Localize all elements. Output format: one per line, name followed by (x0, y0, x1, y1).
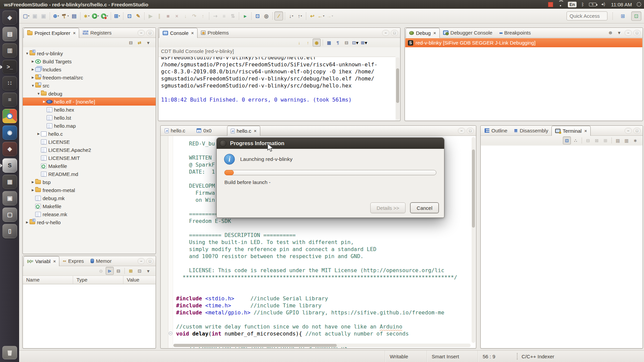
chevron-down-icon[interactable]: ▾ (332, 14, 333, 17)
tree-item-red-v-blinky[interactable]: ▼red-v-blinky (23, 49, 156, 57)
collapse-all-button[interactable]: ⊟ (114, 267, 122, 275)
link-with-editor-button[interactable]: ⇄ (136, 39, 144, 47)
launcher-trash[interactable] (2, 346, 17, 359)
tab-variables[interactable]: (x)= Variabl × (23, 256, 59, 266)
minimize-button[interactable]: − (382, 30, 389, 36)
open-element-button[interactable]: ⊡ (253, 11, 262, 20)
wifi-icon[interactable] (558, 2, 563, 6)
maximize-button[interactable]: □ (146, 30, 154, 36)
chevron-down-icon[interactable]: ▾ (292, 14, 293, 17)
annotation-ruler[interactable] (161, 136, 168, 348)
chevron-down-icon[interactable]: ▾ (107, 14, 108, 17)
scrollbar-thumb[interactable] (396, 68, 399, 103)
launcher-item-archive-manager[interactable]: ▥ (2, 43, 17, 58)
tree-item-license-mit[interactable]: LICENSE.MIT (23, 154, 156, 162)
tree-item-hello-lst[interactable]: hello.lst (23, 114, 156, 122)
close-icon[interactable]: × (584, 128, 587, 133)
new-window-button[interactable]: ⊞▾ (113, 11, 121, 20)
close-icon[interactable]: × (254, 128, 257, 133)
battery-icon[interactable]: ↯ (589, 3, 596, 6)
chevron-down-icon[interactable]: ▾ (67, 14, 69, 17)
tree-item-makefile[interactable]: Makefile (23, 202, 156, 210)
variables-table-body[interactable] (23, 285, 155, 348)
launcher-item-files[interactable]: ▤ (2, 27, 17, 41)
column-type[interactable]: Type (73, 276, 123, 284)
launcher-item-chrome-browser[interactable] (2, 109, 17, 123)
launcher-item-system-app-2[interactable]: ▢ (2, 207, 17, 222)
tree-expander-icon[interactable]: ▶ (31, 180, 35, 184)
tab-disassembly[interactable]: ≣ Disassembly (511, 126, 552, 135)
tree-expander-icon[interactable]: ▶ (36, 132, 41, 135)
tree-item-makefile[interactable]: Makefile (23, 162, 156, 170)
tree-expander-icon[interactable]: ▶ (25, 221, 30, 224)
tree-item-hello-hex[interactable]: hello.hex (23, 106, 156, 114)
previous-annotation-button[interactable]: ↑▾ (296, 11, 304, 20)
tree-item-hello-elf-none-le-[interactable]: ▶hello.elf - [none/le] (23, 98, 156, 106)
tree-expander-icon[interactable]: ▼ (36, 92, 41, 96)
minimize-button[interactable]: − (625, 30, 632, 36)
tab-console[interactable]: Console × (159, 28, 198, 38)
edit-pencil-button[interactable]: ✎ (134, 11, 143, 20)
chevron-down-icon[interactable]: ▾ (356, 40, 359, 45)
new-wizard-button[interactable]: ▢▾ (22, 11, 31, 20)
debug-configurations-button[interactable]: ⊕▾ (52, 11, 60, 20)
tab-project-explorer[interactable]: Project Explorer × (23, 28, 79, 38)
maximize-button[interactable]: □ (633, 30, 641, 36)
pin-console-button[interactable]: ◉ (313, 39, 321, 47)
chevron-down-icon[interactable]: ▾ (88, 14, 90, 17)
launcher-item-media-app[interactable]: ◉ (2, 125, 17, 140)
paste-button[interactable]: ▥ (623, 136, 631, 144)
tab-outline[interactable]: Outline (481, 126, 511, 135)
chevron-down-icon[interactable]: ▾ (301, 14, 302, 17)
debug-perspective-button[interactable]: ⊡ (631, 11, 641, 21)
view-menu-button[interactable]: ▾ (144, 39, 152, 47)
terminal-settings-button[interactable]: ∗ (631, 136, 639, 144)
folding-ruler[interactable]: − (168, 136, 173, 348)
tree-item-freedom-metal[interactable]: ▶freedom-metal (23, 186, 156, 194)
volume-icon[interactable] (601, 2, 606, 6)
tree-expander-icon[interactable]: ▼ (31, 84, 35, 87)
column-value[interactable]: Value (123, 276, 156, 284)
tree-item-license[interactable]: LICENSE (23, 138, 156, 146)
session-gear-icon[interactable] (637, 2, 641, 7)
view-menu-button[interactable]: ▾ (144, 267, 152, 275)
tree-item-freedom-metal-src[interactable]: ▶freedom-metal/src (23, 73, 156, 81)
export-variables-button[interactable]: ⊡ (136, 267, 144, 275)
show-logical-structure-button[interactable]: ⊳ (106, 267, 114, 275)
last-edit-location-button[interactable]: ↩ (308, 11, 317, 20)
chevron-down-icon[interactable]: ▾ (323, 14, 324, 17)
console-output[interactable]: wsFreedomStudio/red-v-blinky/src/debug/h… (159, 57, 395, 120)
tree-expander-icon[interactable]: ▶ (31, 76, 35, 79)
collapse-all-button[interactable]: ⊟ (127, 39, 135, 47)
tree-item-build-targets[interactable]: ▶Build Targets (23, 57, 156, 65)
launch-terminal-button[interactable]: ∴ (572, 136, 580, 144)
tree-item-bsp[interactable]: ▶bsp (23, 178, 156, 186)
build-button[interactable]: ▾ (60, 11, 70, 20)
recording-indicator-icon[interactable] (548, 2, 553, 7)
minimize-button[interactable]: − (458, 128, 465, 134)
console-scrollbar[interactable] (396, 57, 399, 120)
open-console-button[interactable]: ⊞▾ (360, 39, 368, 47)
editor-vertical-scrollbar[interactable] (472, 137, 475, 343)
tree-expander-icon[interactable]: ▶ (31, 68, 35, 71)
launcher-item-device-app[interactable]: ▯ (2, 224, 17, 238)
next-annotation-button[interactable]: ↓▾ (287, 11, 296, 20)
terminal-body[interactable] (481, 146, 642, 348)
add-watch-expression-button[interactable]: ⊞ (127, 267, 135, 275)
launcher-item-graphics-app[interactable]: ◆ (2, 142, 17, 156)
dialog-titlebar[interactable]: Progress Information (217, 138, 444, 149)
minimize-button[interactable]: − (625, 128, 632, 134)
tree-item-debug-mk[interactable]: debug.mk (23, 194, 156, 202)
copy-button[interactable]: ▤ (614, 136, 622, 144)
maximize-button[interactable]: □ (391, 30, 398, 36)
column-name[interactable]: Name (23, 276, 73, 284)
external-tools-button[interactable]: ▸ (241, 11, 250, 20)
bluetooth-icon[interactable]: ᛒ (581, 2, 584, 7)
tree-item-red-v-hello[interactable]: ▶red-v-hello (23, 218, 156, 226)
close-icon[interactable]: × (53, 259, 56, 264)
tab-terminal[interactable]: Terminal × (551, 126, 590, 136)
cancel-button[interactable]: Cancel (410, 202, 439, 213)
launcher-item-terminal[interactable]: >_ (2, 60, 17, 74)
close-icon[interactable]: × (433, 31, 436, 36)
launcher-item-utility-app[interactable]: ▦ (2, 175, 17, 189)
